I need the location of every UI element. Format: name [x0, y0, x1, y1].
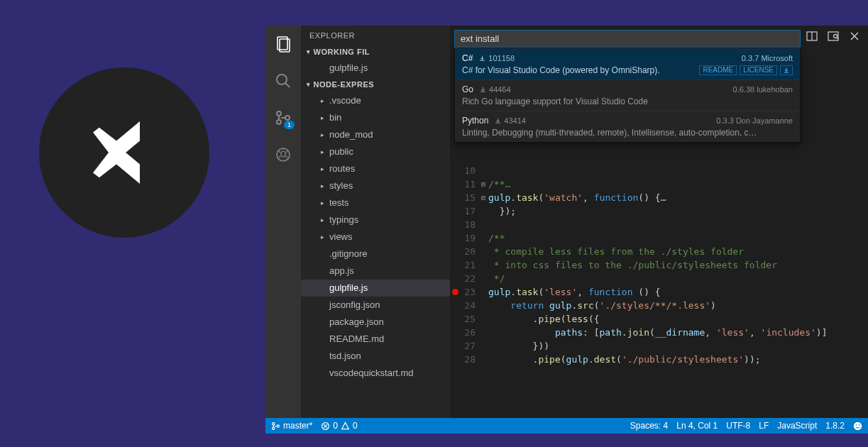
- fold-icon[interactable]: ⊞: [481, 191, 485, 204]
- debug-icon[interactable]: [273, 145, 293, 165]
- svg-point-15: [273, 422, 275, 424]
- tree-file[interactable]: vscodequickstart.md: [301, 365, 450, 382]
- status-eol[interactable]: LF: [759, 421, 769, 431]
- git-badge: 1: [284, 121, 295, 129]
- svg-point-23: [859, 424, 860, 426]
- code-line[interactable]: 27 })): [450, 339, 868, 353]
- readme-button[interactable]: README: [699, 65, 737, 75]
- download-count: 44464: [479, 85, 511, 94]
- extension-description: Linting, Debugging (multi-threaded, remo…: [462, 128, 757, 138]
- extension-meta: 0.3.7 Microsoft: [742, 54, 793, 62]
- svg-point-16: [273, 427, 275, 429]
- download-count: 43414: [494, 116, 526, 125]
- tree-folder[interactable]: bin: [301, 109, 450, 126]
- svg-point-22: [856, 424, 857, 426]
- svg-line-3: [285, 83, 290, 87]
- tree-folder[interactable]: node_mod: [301, 126, 450, 143]
- fold-icon[interactable]: ⊞: [481, 177, 485, 191]
- code-line[interactable]: 15⊞gulp.task('watch', function() {…: [450, 191, 868, 204]
- tree-file[interactable]: jsconfig.json: [301, 297, 450, 314]
- code-editor[interactable]: 1011⊞/**…15⊞gulp.task('watch', function(…: [450, 164, 868, 418]
- code-line[interactable]: 21 * into css files to the ./public/styl…: [450, 258, 868, 272]
- tree-folder[interactable]: routes: [301, 160, 450, 177]
- breakpoint-icon[interactable]: [452, 289, 458, 295]
- code-line[interactable]: 19/**: [450, 231, 868, 245]
- tree-folder[interactable]: .vscode: [301, 92, 450, 109]
- extension-meta: 0.6.38 lukehoban: [733, 85, 793, 94]
- status-position[interactable]: Ln 4, Col 1: [676, 421, 718, 431]
- code-line[interactable]: 11⊞/**…: [450, 177, 868, 191]
- svg-point-2: [277, 74, 287, 84]
- tree-file[interactable]: package.json: [301, 314, 450, 331]
- license-button[interactable]: LICENSE: [740, 65, 777, 75]
- sidebar-title: EXPLORER: [301, 26, 450, 45]
- split-editor-icon[interactable]: [806, 30, 818, 43]
- extension-meta: 0.3.3 Don Jayamanne: [716, 116, 793, 125]
- extension-item[interactable]: Go444640.6.38 lukehobanRich Go language …: [455, 79, 800, 111]
- code-line[interactable]: 24 return gulp.src('./styles/**/*.less'): [450, 299, 868, 312]
- code-line[interactable]: 20 * compile less files from the ./style…: [450, 245, 868, 258]
- command-palette: C#1011580.3.7 MicrosoftC# for Visual Stu…: [450, 26, 805, 143]
- tree-file[interactable]: app.js: [301, 263, 450, 280]
- extension-item[interactable]: Python434140.3.3 Don JayamanneLinting, D…: [455, 111, 800, 142]
- more-toolbar-icon[interactable]: [827, 30, 840, 43]
- editor: C#1011580.3.7 MicrosoftC# for Visual Stu…: [450, 26, 868, 418]
- status-spaces[interactable]: Spaces: 4: [630, 421, 668, 431]
- extension-item[interactable]: C#1011580.3.7 MicrosoftC# for Visual Stu…: [455, 48, 800, 79]
- code-line[interactable]: 23gulp.task('less', function () {: [450, 285, 868, 299]
- code-line[interactable]: 22 */: [450, 272, 868, 285]
- code-line[interactable]: 18: [450, 218, 868, 231]
- code-line[interactable]: 10: [450, 164, 868, 177]
- tree-file[interactable]: README.md: [301, 331, 450, 348]
- svg-point-5: [277, 120, 281, 124]
- sidebar: EXPLORER WORKING FIL gulpfile.js NODE-EX…: [301, 26, 450, 418]
- status-version[interactable]: 1.8.2: [825, 421, 845, 431]
- explorer-icon[interactable]: [273, 34, 293, 54]
- working-files-header[interactable]: WORKING FIL: [301, 45, 450, 58]
- extension-description: C# for Visual Studio Code (powered by Om…: [462, 65, 660, 75]
- tree-file[interactable]: .gitignore: [301, 245, 450, 263]
- svg-point-11: [834, 35, 837, 38]
- ide-window: 1 EXPLORER WORKING FIL gulpfile.js NODE-…: [265, 26, 868, 434]
- activity-bar: 1: [265, 26, 301, 418]
- svg-point-21: [854, 421, 862, 429]
- extension-description: Rich Go language support for Visual Stud…: [462, 96, 648, 106]
- code-line[interactable]: 26 paths: [path.join(__dirname, 'less', …: [450, 326, 868, 339]
- status-errors[interactable]: 0 0: [321, 421, 357, 431]
- code-line[interactable]: 17 });: [450, 204, 868, 218]
- extension-name: Go: [462, 84, 473, 94]
- tree-file[interactable]: tsd.json: [301, 348, 450, 365]
- status-branch[interactable]: master*: [271, 421, 312, 431]
- status-language[interactable]: JavaScript: [777, 421, 817, 431]
- svg-point-7: [277, 148, 290, 161]
- svg-point-6: [285, 116, 290, 120]
- code-line[interactable]: 25 .pipe(less({: [450, 312, 868, 326]
- status-feedback-icon[interactable]: [853, 421, 862, 431]
- status-bar: master* 0 0 Spaces: 4 Ln 4, Col 1 UTF-8 …: [265, 418, 868, 434]
- download-count: 101158: [478, 54, 515, 62]
- install-icon[interactable]: [780, 65, 793, 75]
- tree-folder[interactable]: views: [301, 228, 450, 245]
- tree-folder[interactable]: public: [301, 143, 450, 160]
- extension-name: Python: [462, 116, 488, 126]
- vscode-logo-icon: [85, 114, 163, 192]
- project-header[interactable]: NODE-EXPRES: [301, 78, 450, 91]
- svg-point-17: [277, 424, 279, 426]
- tree-file[interactable]: gulpfile.js: [301, 280, 450, 297]
- palette-input[interactable]: [454, 30, 801, 48]
- status-encoding[interactable]: UTF-8: [726, 421, 750, 431]
- tree-folder[interactable]: tests: [301, 194, 450, 211]
- tree-folder[interactable]: typings: [301, 211, 450, 228]
- close-editor-icon[interactable]: [848, 30, 861, 43]
- search-icon[interactable]: [273, 71, 293, 91]
- tree-folder[interactable]: styles: [301, 177, 450, 194]
- working-file-item[interactable]: gulpfile.js: [301, 60, 450, 77]
- svg-point-4: [277, 111, 281, 116]
- code-line[interactable]: 28 .pipe(gulp.dest('./public/stylesheets…: [450, 353, 868, 366]
- git-icon[interactable]: 1: [273, 108, 293, 128]
- vscode-logo: [39, 67, 209, 238]
- extension-name: C#: [462, 53, 473, 63]
